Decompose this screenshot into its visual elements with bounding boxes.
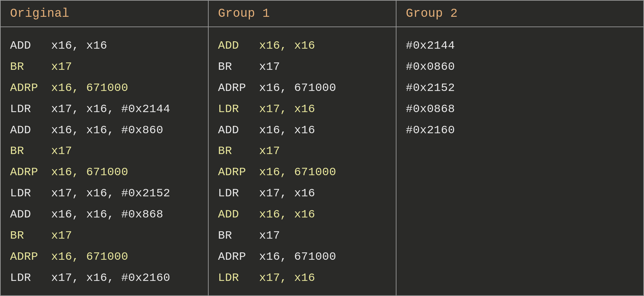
column-original: Original ADDx16, x16BRx17ADRPx16, 671000… xyxy=(1,1,209,295)
opcode: LDR xyxy=(218,183,259,204)
column-group1: Group 1 ADDx16, x16BRx17ADRPx16, 671000L… xyxy=(209,1,396,295)
operands: x16, 671000 xyxy=(259,162,336,183)
opcode: ADD xyxy=(218,204,259,225)
body-group2: #0x2144#0x0860#0x2152#0x0868#0x2160 xyxy=(396,27,643,149)
instruction-row: ADRPx16, 671000 xyxy=(10,78,199,99)
opcode: ADD xyxy=(218,120,259,141)
operands: x16, x16, #0x860 xyxy=(51,120,163,141)
operands: x16, 671000 xyxy=(51,246,128,267)
opcode: BR xyxy=(218,225,259,246)
opcode: ADD xyxy=(10,120,51,141)
operands: x16, 671000 xyxy=(51,78,128,99)
operands: x16, x16 xyxy=(259,35,315,56)
opcode: ADRP xyxy=(218,78,259,99)
instruction-row: ADRPx16, 671000 xyxy=(10,246,199,267)
instruction-row: ADRPx16, 671000 xyxy=(218,246,386,267)
operands: x16, 671000 xyxy=(259,78,336,99)
immediate-value: #0x2144 xyxy=(406,35,634,56)
operands: x17 xyxy=(51,141,72,162)
operands: x17, x16, #0x2160 xyxy=(51,267,170,289)
opcode: ADRP xyxy=(10,246,51,267)
operands: x16, x16 xyxy=(259,204,315,225)
opcode: LDR xyxy=(218,99,259,120)
operands: x17, x16 xyxy=(259,183,315,204)
opcode: LDR xyxy=(10,183,51,204)
operands: x17 xyxy=(259,56,280,78)
instruction-row: LDRx17, x16, #0x2144 xyxy=(10,99,199,120)
instruction-row: BRx17 xyxy=(218,141,386,162)
operands: x17 xyxy=(51,225,72,246)
operands: x17 xyxy=(259,141,280,162)
opcode: BR xyxy=(10,225,51,246)
header-group1: Group 1 xyxy=(209,1,396,27)
operands: x16, x16, #0x868 xyxy=(51,204,163,225)
operands: x16, 671000 xyxy=(51,162,128,183)
header-original: Original xyxy=(1,1,208,27)
opcode: ADD xyxy=(10,35,51,56)
immediate-value: #0x2152 xyxy=(406,78,634,99)
operands: x17 xyxy=(51,56,72,78)
instruction-row: ADDx16, x16, #0x860 xyxy=(10,120,199,141)
instruction-row: ADRPx16, 671000 xyxy=(218,78,386,99)
operands: x17, x16, #0x2144 xyxy=(51,99,170,120)
operands: x17, x16, #0x2152 xyxy=(51,183,170,204)
comparison-table: Original ADDx16, x16BRx17ADRPx16, 671000… xyxy=(0,0,644,296)
instruction-row: BRx17 xyxy=(218,225,386,246)
header-group2: Group 2 xyxy=(396,1,643,27)
opcode: ADRP xyxy=(10,162,51,183)
opcode: BR xyxy=(10,141,51,162)
opcode: ADD xyxy=(10,204,51,225)
instruction-row: ADDx16, x16 xyxy=(218,204,386,225)
opcode: LDR xyxy=(10,99,51,120)
operands: x16, x16 xyxy=(259,120,315,141)
opcode: LDR xyxy=(218,267,259,289)
operands: x17, x16 xyxy=(259,267,315,289)
operands: x17 xyxy=(259,225,280,246)
immediate-value: #0x2160 xyxy=(406,120,634,141)
instruction-row: ADDx16, x16, #0x868 xyxy=(10,204,199,225)
instruction-row: BRx17 xyxy=(10,56,199,78)
instruction-row: BRx17 xyxy=(10,141,199,162)
instruction-row: LDRx17, x16, #0x2152 xyxy=(10,183,199,204)
opcode: BR xyxy=(218,56,259,78)
instruction-row: BRx17 xyxy=(218,56,386,78)
operands: x16, x16 xyxy=(51,35,107,56)
instruction-row: LDRx17, x16 xyxy=(218,99,386,120)
opcode: BR xyxy=(218,141,259,162)
opcode: ADRP xyxy=(218,162,259,183)
instruction-row: LDRx17, x16 xyxy=(218,267,386,289)
body-group1: ADDx16, x16BRx17ADRPx16, 671000LDRx17, x… xyxy=(209,27,396,296)
instruction-row: ADDx16, x16 xyxy=(10,35,199,56)
column-group2: Group 2 #0x2144#0x0860#0x2152#0x0868#0x2… xyxy=(396,1,643,295)
instruction-row: LDRx17, x16 xyxy=(218,183,386,204)
instruction-row: ADDx16, x16 xyxy=(218,35,386,56)
operands: x16, 671000 xyxy=(259,246,336,267)
opcode: ADRP xyxy=(10,78,51,99)
opcode: BR xyxy=(10,56,51,78)
instruction-row: ADRPx16, 671000 xyxy=(10,162,199,183)
opcode: ADD xyxy=(218,35,259,56)
immediate-value: #0x0860 xyxy=(406,56,634,78)
instruction-row: ADDx16, x16 xyxy=(218,120,386,141)
instruction-row: BRx17 xyxy=(10,225,199,246)
body-original: ADDx16, x16BRx17ADRPx16, 671000LDRx17, x… xyxy=(1,27,208,296)
instruction-row: ADRPx16, 671000 xyxy=(218,162,386,183)
opcode: LDR xyxy=(10,267,51,289)
instruction-row: LDRx17, x16, #0x2160 xyxy=(10,267,199,289)
opcode: ADRP xyxy=(218,246,259,267)
operands: x17, x16 xyxy=(259,99,315,120)
immediate-value: #0x0868 xyxy=(406,99,634,120)
